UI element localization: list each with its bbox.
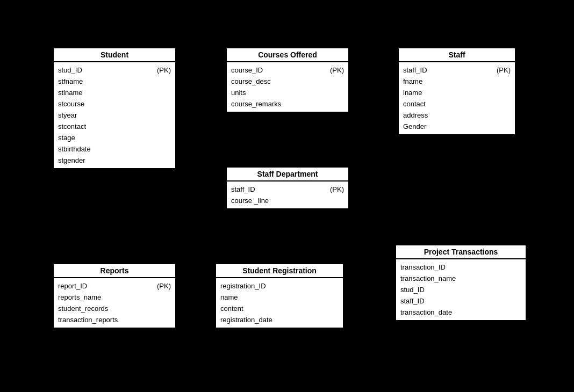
field-course-desc: course_desc [231,77,271,85]
table-row: registration_ID [216,280,343,292]
field-stage: stage [58,134,75,142]
field-units: units [231,89,246,97]
field-transaction-reports: transaction_reports [58,316,118,324]
arrow-staff-bottom [442,164,450,170]
entity-student-header: Student [54,48,175,62]
entity-courses-offered-body: course_ID (PK) course_desc units course_… [227,62,348,112]
arrow-courses-bottom [283,128,292,134]
arrow-staff-top [442,28,450,35]
arrow-student-top [106,28,114,35]
field-staffdept-id-pk: (PK) [330,185,344,193]
field-stud-id: stud_ID [58,66,82,74]
entity-reports-body: report_ID (PK) reports_name student_reco… [54,278,175,328]
table-row: transaction_date [396,307,526,318]
entity-staff: Staff staff_ID (PK) fname lname contact … [398,47,516,135]
table-row: course_ID (PK) [227,64,348,76]
table-row: stud_ID (PK) [54,64,175,76]
table-row: course _line [227,195,348,206]
field-fname: fname [403,77,422,85]
field-content: content [220,304,243,313]
entity-reports: Reports report_ID (PK) reports_name stud… [53,263,176,329]
arrow-student-bottom [106,211,114,217]
field-report-id-pk: (PK) [157,282,171,290]
table-row: stcontact [54,121,175,132]
entity-reports-header: Reports [54,264,175,278]
table-row: contact [399,98,515,110]
field-transaction-date: transaction_date [400,308,452,316]
field-course-id: course_ID [231,66,263,74]
arrow-reports-left [31,296,38,305]
field-stlname: stlname [58,89,83,97]
table-row: lname [399,87,515,98]
table-row: registration_date [216,314,343,325]
table-row: stfname [54,76,175,87]
entity-project-transactions-header: Project Transactions [396,245,526,259]
field-staff-id-pk: (PK) [497,66,511,74]
table-row: report_ID (PK) [54,280,175,292]
field-stud-id-pk: (PK) [157,66,171,74]
field-registration-id: registration_ID [220,282,266,290]
field-course-line: course _line [231,197,269,205]
field-staff-id: staff_ID [403,66,427,74]
field-student-records: student_records [58,304,108,313]
arrow-reports-bottom [106,352,114,358]
entity-staff-department: Staff Department staff_ID (PK) course _l… [226,166,349,209]
table-row: stbirthdate [54,143,175,155]
table-row: reports_name [54,292,175,303]
field-report-id: report_ID [58,282,87,290]
arrow-courses-top-right [305,28,313,35]
table-row: transaction_name [396,273,526,284]
field-stgender: stgender [58,156,85,164]
entity-courses-offered: Courses Offered course_ID (PK) course_de… [226,47,349,113]
arrow-studreg-right [389,294,395,302]
entity-student-registration-body: registration_ID name content registratio… [216,278,343,328]
table-row: Gender [399,121,515,132]
field-stcontact: stcontact [58,122,86,130]
field-stcourse: stcourse [58,100,84,108]
arrow-staffdept-top [283,147,292,153]
table-row: stage [54,132,175,143]
entity-staff-header: Staff [399,48,515,62]
field-transaction-id: transaction_ID [400,263,446,271]
table-row: course_remarks [227,98,348,110]
field-contact: contact [403,100,426,108]
table-row: staff_ID (PK) [399,64,515,76]
field-staffdept-id: staff_ID [231,185,255,193]
table-row: student_records [54,303,175,314]
table-row: staff_ID [396,295,526,307]
field-styear: styear [58,111,77,119]
entity-staff-body: staff_ID (PK) fname lname contact addres… [399,62,515,134]
table-row: address [399,110,515,121]
table-row: transaction_ID [396,262,526,273]
entity-courses-offered-header: Courses Offered [227,48,348,62]
field-transaction-name: transaction_name [400,274,456,282]
table-row: transaction_reports [54,314,175,325]
table-row: staff_ID (PK) [227,184,348,195]
arrow-studreg-top [275,238,284,244]
entity-student-body: stud_ID (PK) stfname stlname stcourse st… [54,62,175,168]
field-reports-name: reports_name [58,293,101,301]
entity-staff-department-header: Staff Department [227,168,348,182]
field-lname: lname [403,89,422,97]
entity-student-registration-header: Student Registration [216,264,343,278]
table-row: stud_ID [396,284,526,295]
field-registration-date: registration_date [220,316,272,324]
arrow-courses-top-left [246,28,254,35]
table-row: name [216,292,343,303]
field-name: name [220,293,238,301]
field-stbirthdate: stbirthdate [58,145,91,153]
field-course-id-pk: (PK) [330,66,344,74]
field-address: address [403,111,428,119]
table-row: units [227,87,348,98]
field-course-remarks: course_remarks [231,100,281,108]
entity-student: Student stud_ID (PK) stfname stlname stc… [53,47,176,169]
field-stfname: stfname [58,77,83,85]
table-row: fname [399,76,515,87]
field-projtrans-stud-id: stud_ID [400,286,425,294]
diagram-canvas: Student stud_ID (PK) stfname stlname stc… [0,0,574,392]
table-row: content [216,303,343,314]
field-gender: Gender [403,122,426,130]
table-row: stcourse [54,98,175,110]
field-projtrans-staff-id: staff_ID [400,297,425,305]
entity-student-registration: Student Registration registration_ID nam… [215,263,344,329]
